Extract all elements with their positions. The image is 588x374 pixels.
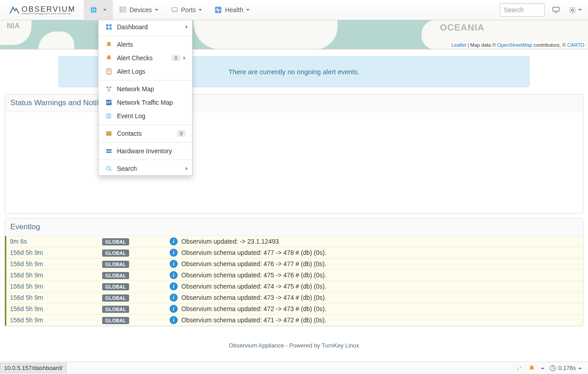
eventlog-row[interactable]: 156d 5h 9mGLOBALiObservium schema update… <box>5 303 583 315</box>
map-attribution: Leaflet | Map data © OpenStreetMap contr… <box>449 42 586 48</box>
svg-rect-15 <box>109 27 112 30</box>
event-time: 156d 5h 9m <box>10 260 102 267</box>
event-message: Observium schema updated: 475 -> 476 # (… <box>181 272 327 279</box>
info-icon: i <box>170 260 178 268</box>
eventlog-panel: Eventlog 9m 6sGLOBALiObservium updated: … <box>4 218 584 326</box>
menu-alert-checks[interactable]: Alert Checks 0 <box>99 51 192 65</box>
nav-devices-label: Devices <box>130 6 152 13</box>
clock-icon <box>550 365 556 371</box>
search-icon <box>105 165 112 172</box>
svg-point-4 <box>121 11 121 12</box>
status-panel-body <box>5 112 583 213</box>
settings-dropdown[interactable] <box>567 2 583 18</box>
load-time-value: 0.176s <box>558 365 576 371</box>
menu-divider <box>99 80 192 80</box>
nav-health[interactable]: Health <box>208 0 256 20</box>
status-panel: Status Warnings and Notifications <box>4 94 584 214</box>
eventlog-row[interactable]: 156d 5h 9mGLOBALiObservium schema update… <box>5 281 583 292</box>
server-icon <box>119 6 126 13</box>
menu-alert-checks-label: Alert Checks <box>117 54 153 62</box>
brand-logo[interactable]: OBSERVIUM network management and monitor… <box>5 4 79 15</box>
menu-network-traffic-map[interactable]: Network Traffic Map <box>99 96 192 109</box>
eventlog-row[interactable]: 156d 5h 9mGLOBALiObservium schema update… <box>5 292 583 303</box>
info-icon: i <box>170 316 178 324</box>
menu-alert-logs[interactable]: Alert Logs <box>99 65 192 78</box>
nav-globe-dropdown[interactable] <box>84 0 113 20</box>
menu-alerts[interactable]: Alerts <box>99 38 192 51</box>
event-scope: GLOBAL <box>102 238 170 245</box>
map-panel[interactable]: NIA OCEANIA Leaflet | Map data © OpenStr… <box>0 20 588 49</box>
menu-contacts[interactable]: Contacts 0 <box>99 127 192 140</box>
monitor-icon <box>552 6 560 13</box>
menu-event-log[interactable]: Event Log <box>99 109 192 123</box>
nav-ports[interactable]: Ports <box>165 0 209 20</box>
eventlog-row[interactable]: 156d 5h 9mGLOBALiObservium schema update… <box>5 270 583 281</box>
svg-point-11 <box>571 9 573 11</box>
menu-dashboard[interactable]: Dashboard <box>99 20 192 34</box>
svg-rect-30 <box>106 149 112 151</box>
svg-point-26 <box>106 114 107 115</box>
svg-point-28 <box>106 117 107 118</box>
event-time: 156d 5h 9m <box>10 249 102 256</box>
menu-search[interactable]: Search <box>99 162 192 175</box>
fullscreen-button[interactable] <box>548 2 564 18</box>
global-badge: GLOBAL <box>102 306 129 313</box>
attrib-text: | Map data © <box>466 42 497 48</box>
bell-icon <box>105 41 112 48</box>
event-time: 156d 5h 9m <box>10 294 102 301</box>
svg-rect-29 <box>106 131 112 136</box>
info-icon: i <box>170 249 178 257</box>
footer-tkl-link[interactable]: TurnKey Linux <box>322 342 359 349</box>
global-badge: GLOBAL <box>102 283 129 290</box>
alert-bell-icon[interactable] <box>528 365 535 372</box>
svg-rect-5 <box>172 8 177 11</box>
chevron-up-icon[interactable] <box>541 367 544 369</box>
attrib-text: contributors, © <box>532 42 567 48</box>
alert-banner-text: There are currently no ongoing alert eve… <box>229 68 359 76</box>
menu-contacts-label: Contacts <box>117 130 142 137</box>
map-label-oceania: OCEANIA <box>440 22 485 33</box>
nav-health-label: Health <box>225 6 243 13</box>
eventlog-row[interactable]: 156d 5h 9mGLOBALiObservium schema update… <box>5 315 583 326</box>
svg-rect-1 <box>120 7 126 9</box>
event-scope: GLOBAL <box>102 260 170 267</box>
search-input[interactable] <box>500 3 545 17</box>
global-badge: GLOBAL <box>102 272 129 279</box>
statusbar-url: 10.0.5.157/dashboard/ <box>0 363 67 373</box>
footer-app-link[interactable]: Observium Appliance <box>229 342 284 349</box>
info-icon: i <box>170 305 178 313</box>
nav-devices[interactable]: Devices <box>113 0 165 20</box>
event-time: 156d 5h 9m <box>10 305 102 312</box>
contacts-count: 0 <box>177 130 185 137</box>
leaflet-link[interactable]: Leaflet <box>451 42 466 48</box>
eventlog-body: 9m 6sGLOBALiObservium updated: -> 23.1.1… <box>5 236 583 326</box>
menu-hardware-inventory[interactable]: Hardware Inventory <box>99 144 192 158</box>
load-time[interactable]: 0.176s <box>550 365 582 371</box>
dashboard-icon <box>105 23 112 31</box>
globe-icon <box>90 6 97 13</box>
list-icon <box>105 112 112 120</box>
event-scope: GLOBAL <box>102 294 170 301</box>
menu-divider <box>99 160 192 160</box>
navbar: OBSERVIUM network management and monitor… <box>0 0 588 20</box>
eventlog-row[interactable]: 156d 5h 9mGLOBALiObservium schema update… <box>5 247 583 258</box>
event-message: Observium schema updated: 472 -> 473 # (… <box>181 305 327 312</box>
eventlog-row[interactable]: 156d 5h 9mGLOBALiObservium schema update… <box>5 258 583 270</box>
info-icon: i <box>170 271 178 279</box>
map-label-nia: NIA <box>7 22 20 31</box>
contacts-icon <box>105 130 112 137</box>
event-scope: GLOBAL <box>102 305 170 312</box>
svg-rect-14 <box>106 27 108 30</box>
event-message: Observium schema updated: 471 -> 472 # (… <box>181 316 327 324</box>
footer: Observium Appliance - Powered by TurnKey… <box>0 331 588 360</box>
footer-mid: - Powered by <box>284 342 322 349</box>
poller-status-icon[interactable] <box>516 365 523 372</box>
menu-search-label: Search <box>117 165 137 172</box>
global-badge: GLOBAL <box>102 261 129 268</box>
menu-network-map[interactable]: Network Map <box>99 82 192 96</box>
carto-link[interactable]: CARTO <box>567 42 584 48</box>
chevron-down-icon <box>103 9 107 11</box>
eventlog-row[interactable]: 9m 6sGLOBALiObservium updated: -> 23.1.1… <box>5 236 583 247</box>
global-badge: GLOBAL <box>102 317 129 324</box>
osm-link[interactable]: OpenStreetMap <box>497 42 532 48</box>
